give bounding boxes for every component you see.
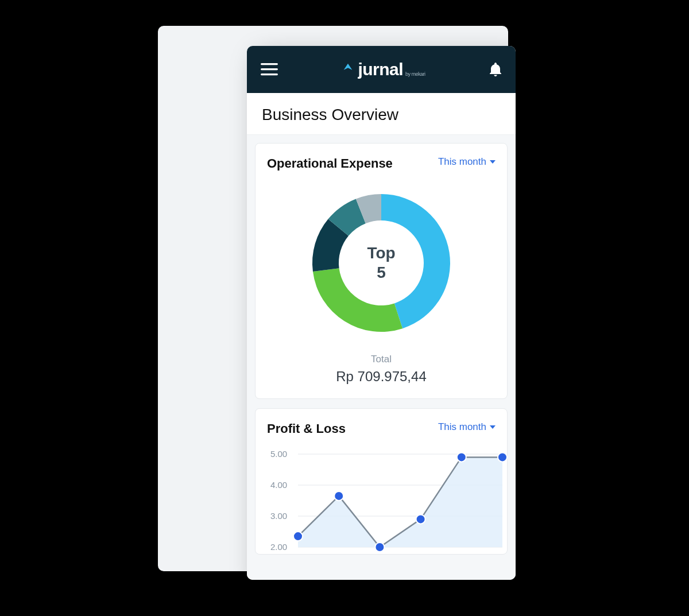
- app-header: jurnal by mekari: [247, 46, 516, 93]
- brand-subtext: by mekari: [405, 71, 425, 77]
- card-profit-loss: Profit & Loss This month 5.004.003.002.0…: [255, 408, 508, 554]
- data-point[interactable]: [498, 452, 507, 462]
- donut-chart[interactable]: Top 5: [301, 183, 462, 343]
- period-filter[interactable]: This month: [438, 421, 496, 433]
- donut-center-line1: Top: [367, 244, 395, 262]
- y-tick-label: 2.00: [270, 542, 287, 552]
- content-area: Operational Expense This month Top 5 Tot…: [247, 135, 516, 580]
- page-title-bar: Business Overview: [247, 93, 516, 135]
- brand-mark-icon: [342, 63, 354, 75]
- brand-name: jurnal: [358, 60, 403, 79]
- svg-rect-1: [261, 68, 278, 70]
- y-tick-label: 4.00: [270, 480, 287, 490]
- brand-logo: jurnal by mekari: [342, 60, 425, 79]
- data-point[interactable]: [375, 543, 384, 552]
- donut-segment[interactable]: [313, 269, 402, 332]
- filter-label: This month: [438, 421, 486, 433]
- bell-icon: [489, 63, 502, 76]
- page-title: Business Overview: [262, 106, 501, 124]
- chevron-down-icon: [490, 425, 496, 429]
- menu-button[interactable]: [261, 63, 278, 76]
- card-title: Profit & Loss: [267, 421, 346, 436]
- y-tick-label: 3.00: [270, 511, 287, 521]
- data-point[interactable]: [457, 452, 466, 462]
- card-operational-expense: Operational Expense This month Top 5 Tot…: [255, 143, 508, 399]
- donut-center-line2: 5: [377, 264, 386, 281]
- total-label: Total: [371, 354, 392, 365]
- card-header: Operational Expense This month: [267, 156, 496, 171]
- notifications-button[interactable]: [489, 63, 502, 76]
- svg-rect-0: [261, 63, 278, 65]
- y-tick-label: 5.00: [270, 449, 287, 459]
- line-chart[interactable]: 5.004.003.002.00: [267, 448, 508, 552]
- data-point[interactable]: [334, 491, 343, 501]
- data-point[interactable]: [416, 514, 425, 524]
- card-title: Operational Expense: [267, 156, 393, 171]
- app-frame: jurnal by mekari Business Overview Opera…: [247, 46, 516, 580]
- line-chart-wrap: 5.004.003.002.00: [267, 448, 496, 554]
- period-filter[interactable]: This month: [438, 156, 496, 168]
- data-point[interactable]: [293, 532, 303, 541]
- hamburger-icon: [261, 63, 278, 76]
- total-value: Rp 709.975,44: [336, 369, 426, 385]
- svg-rect-2: [261, 73, 278, 75]
- chevron-down-icon: [490, 160, 496, 164]
- card-header: Profit & Loss This month: [267, 421, 496, 436]
- filter-label: This month: [438, 156, 486, 168]
- donut-chart-wrap: Top 5 Total Rp 709.975,44: [267, 183, 496, 385]
